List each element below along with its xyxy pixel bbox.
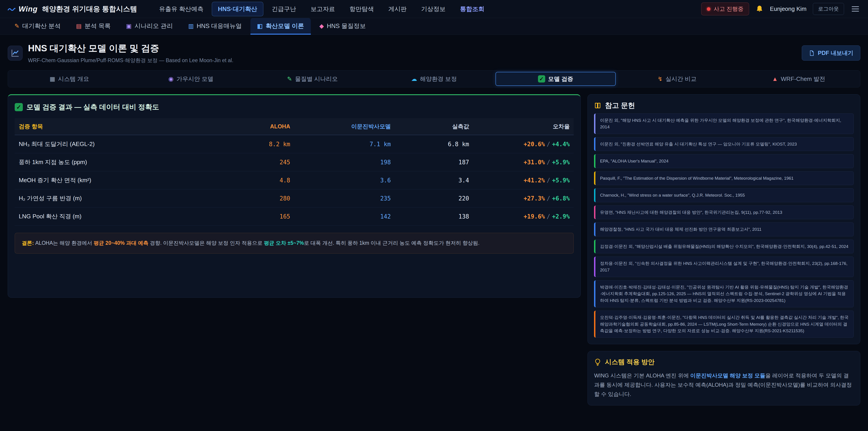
section-tab-label: 모델 검증 (548, 75, 573, 83)
aloha-value: 165 (216, 208, 294, 225)
conclusion-segment: 경향. 이문진박사모델은 해양 보정 인자 적용으로 (148, 240, 264, 246)
section-tab[interactable]: ✓모델 검증 (495, 72, 616, 86)
conclusion-segment: 로 대폭 개선. 특히 풍하 1km 이내 근거리 농도 예측 정확도가 현저히… (304, 240, 479, 246)
app-title: 해양환경 위기대응 통합시스템 (42, 4, 137, 14)
error-cell: +27.3%/+6.8% (473, 189, 574, 208)
validation-card-title: ✓ 모델 검증 결과 — 실측 데이터 대비 정확도 (15, 102, 574, 112)
table-header-row: 검증 항목ALOHA이문진박사모델실측값오차율 (15, 118, 574, 135)
nav-item[interactable]: 유출유 확산예측 (153, 2, 210, 16)
reference-text: Pasquill, F., "The Estimation of the Dis… (600, 176, 794, 181)
aloha-value: 8.2 km (216, 135, 294, 153)
nav-item[interactable]: 기상정보 (415, 2, 452, 16)
reference-text: 유영면, "HNS 재난사고에 대한 해양경찰의 대응 방안", 한국위기관리논… (600, 210, 782, 215)
tab-icon: ✎ (287, 76, 292, 82)
wave-logo-icon (8, 6, 16, 12)
lightbulb-icon (594, 359, 601, 366)
document-icon (809, 50, 815, 56)
subnav-tab[interactable]: ▣시나리오 관리 (119, 18, 180, 35)
references-list: 이문진 외, "해양 HNS 사고 시 대기확산 예측을 위한 가우시안 모델의… (594, 114, 854, 338)
reference-text: Charnock, H., "Wind stress on a water su… (600, 193, 745, 197)
column-header: 검증 항목 (15, 118, 216, 135)
reference-item[interactable]: 박경애·이진호·박재진·김태성·김태성·이문진, "인공위성 원격탐사 기반 A… (594, 280, 854, 307)
main-nav: 유출유 확산예측HNS·대기확산긴급구난보고자료항만탐색게시판기상정보통합조회 (153, 2, 491, 16)
subnav-tab[interactable]: ✎대기확산 분석 (8, 18, 67, 35)
references-title-text: 참고 문헌 (605, 101, 635, 110)
reference-text: EPA, "ALOHA User's Manual", 2024 (600, 159, 669, 163)
subnav-tab-label: 확산모델 이론 (266, 22, 304, 30)
section-tab[interactable]: ↯실시간 비교 (617, 72, 737, 86)
reference-item[interactable]: 김정겸·이문진 외, "해양산업시설 배출 위험유해물질(HNS)의 해양확산 … (594, 240, 854, 253)
tab-icon: ↯ (657, 76, 662, 82)
measured-value: 220 (395, 189, 473, 208)
error-cell: +41.2%/+5.9% (473, 171, 574, 189)
reference-item[interactable]: Charnock, H., "Wind stress on a water su… (594, 188, 854, 202)
model-error: +2.9% (552, 213, 569, 220)
main-content: ✓ 모델 검증 결과 — 실측 데이터 대비 정확도 검증 항목ALOHA이문진… (0, 88, 868, 405)
book-icon (594, 102, 601, 109)
conclusion-segment: 평균 오차 ±5~7% (264, 240, 304, 246)
reference-item[interactable]: 유영면, "HNS 재난사고에 대한 해양경찰의 대응 방안", 한국위기관리논… (594, 206, 854, 219)
pdf-export-button[interactable]: PDF 내보내기 (802, 45, 860, 61)
subnav-tab[interactable]: ▥HNS 대응매뉴얼 (182, 18, 249, 35)
model-error: +5.9% (552, 159, 569, 166)
reference-item[interactable]: 오진덕·김주영·이득재·김용명·최훈·이문진, "다항목 HNS 데이터의 실시… (594, 311, 854, 338)
reference-text: 김정겸·이문진 외, "해양산업시설 배출 위험유해물질(HNS)의 해양확산 … (600, 244, 848, 249)
reference-item[interactable]: 이문진 외, "친환경 선박연료 해양 유출 시 대기확산 특성 연구 — 암모… (594, 137, 854, 151)
column-header: 이문진박사모델 (294, 118, 395, 135)
subnav-tab[interactable]: ◆HNS 물질정보 (313, 18, 373, 35)
column-header: 오차율 (473, 118, 574, 135)
notification-bell-icon[interactable] (755, 5, 764, 13)
nav-item[interactable]: 보고자료 (305, 2, 341, 16)
error-separator: / (545, 177, 552, 184)
subnav-tab[interactable]: ▤분석 목록 (69, 18, 117, 35)
section-tab[interactable]: ☁해양환경 보정 (374, 72, 494, 86)
section-tab[interactable]: ▦시스템 개요 (9, 72, 129, 86)
metric-name: LNG Pool 확산 직경 (m) (15, 208, 216, 225)
nav-item[interactable]: HNS·대기확산 (212, 2, 264, 16)
conclusion-segment: 평균 20~40% 과대 예측 (94, 240, 148, 246)
nav-item[interactable]: 긴급구난 (266, 2, 302, 16)
section-tab[interactable]: ◉가우시안 모델 (131, 72, 251, 86)
model-value: 235 (294, 189, 395, 208)
nav-item[interactable]: 통합조회 (454, 2, 491, 16)
nav-item[interactable]: 게시판 (382, 2, 413, 16)
tab-icon: ◧ (257, 23, 263, 29)
reference-item[interactable]: 해양경찰청, "HNS 사고 국가 대비 대응 체제 선진화 방안 연구용역 최… (594, 222, 854, 236)
page-title: HNS 대기확산 모델 이론 및 검증 (28, 42, 233, 55)
aloha-error: +31.0% (524, 159, 545, 166)
reference-item[interactable]: 이문진 외, "해양 HNS 사고 시 대기확산 예측을 위한 가우시안 모델의… (594, 114, 854, 134)
subnav-tab-label: 분석 목록 (85, 22, 111, 30)
aloha-value: 245 (216, 153, 294, 171)
logout-button[interactable]: 로그아웃 (813, 3, 844, 15)
tab-icon: ▥ (188, 23, 194, 29)
brand[interactable]: Wing 해양환경 위기대응 통합시스템 (8, 4, 137, 14)
page-title-block: HNS 대기확산 모델 이론 및 검증 WRF-Chem·Gaussian Pl… (28, 42, 233, 64)
top-navbar: Wing 해양환경 위기대응 통합시스템 유출유 확산예측HNS·대기확산긴급구… (0, 0, 868, 18)
page-subtitle: WRF-Chem·Gaussian Plume/Puff·ROMS·해양환경 보… (28, 57, 233, 64)
subnav-tab[interactable]: ◧확산모델 이론 (250, 18, 311, 35)
error-cell: +31.0%/+5.9% (473, 153, 574, 171)
aloha-error: +27.3% (524, 195, 545, 202)
reference-text: 해양경찰청, "HNS 사고 국가 대비 대응 체제 선진화 방안 연구용역 최… (600, 227, 761, 232)
incident-status-badge[interactable]: 사고 진행중 (701, 2, 749, 16)
hamburger-menu-icon[interactable] (850, 3, 860, 14)
application-title-text: 시스템 적용 방안 (605, 358, 654, 367)
aloha-value: 4.8 (216, 171, 294, 189)
validation-table: 검증 항목ALOHA이문진박사모델실측값오차율 NH₃ 최대 도달거리 (AEG… (15, 118, 574, 225)
tab-icon: ◆ (319, 23, 324, 29)
section-tab[interactable]: ▲WRF-Chem 발전 (739, 72, 859, 86)
reference-item[interactable]: 정차용·이문진 외, "신속한 의사결정을 위한 HNS 사고이력관리시스템 설… (594, 256, 854, 277)
error-cell: +19.6%/+2.9% (473, 208, 574, 225)
subnav-tab-label: HNS 대응매뉴얼 (197, 22, 242, 30)
references-card-title: 참고 문헌 (594, 101, 854, 110)
nav-item[interactable]: 항만탐색 (343, 2, 380, 16)
application-segment: 이문진박사모델 해양 보정 모듈 (690, 372, 765, 378)
validation-title-text: 모델 검증 결과 — 실측 데이터 대비 정확도 (26, 102, 159, 112)
measured-value: 187 (395, 153, 473, 171)
reference-item[interactable]: EPA, "ALOHA User's Manual", 2024 (594, 154, 854, 168)
reference-item[interactable]: Pasquill, F., "The Estimation of the Dis… (594, 171, 854, 185)
pdf-export-label: PDF 내보내기 (818, 49, 853, 57)
tab-icon: ☁ (411, 76, 417, 82)
tab-icon: ◉ (168, 76, 174, 82)
section-tab[interactable]: ✎물질별 시나리오 (252, 72, 373, 86)
